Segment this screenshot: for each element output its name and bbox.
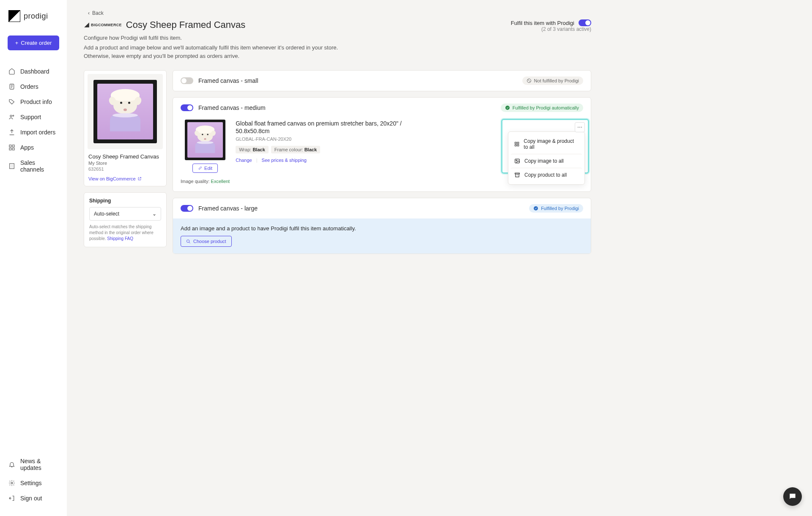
variant-name: Framed canvas - small xyxy=(198,77,258,84)
dots-icon: ⋯ xyxy=(577,124,582,130)
check-circle-icon xyxy=(533,206,538,211)
gear-icon xyxy=(8,480,15,486)
prices-link[interactable]: See prices & shipping xyxy=(258,158,311,163)
image-icon xyxy=(514,158,520,164)
shipping-value: Auto-select xyxy=(94,211,119,217)
variant-toggle[interactable] xyxy=(181,205,193,212)
nav-label: Dashboard xyxy=(20,68,49,75)
variant-card-small: Framed canvas - small Not fulfilled by P… xyxy=(173,70,591,91)
nav-label: Apps xyxy=(20,144,34,151)
grid-plus-icon xyxy=(514,141,519,147)
sign-out-icon xyxy=(8,495,15,502)
svg-rect-12 xyxy=(517,142,519,144)
nav-product-info[interactable]: Product info xyxy=(0,94,67,109)
variant-name: Framed canvas - large xyxy=(198,205,258,212)
page-title: Cosy Sheep Framed Canvas xyxy=(126,19,245,30)
fulfil-toggle-group: Fulfil this item with Prodigi (2 of 3 va… xyxy=(511,19,591,32)
fulfil-toggle[interactable] xyxy=(579,19,591,26)
bell-icon xyxy=(8,461,15,468)
product-id: 632651 xyxy=(88,167,162,172)
main-content: ‹ Back BIGCOMMERCE Cosy Sheep Framed Can… xyxy=(67,0,608,516)
svg-point-2 xyxy=(13,115,14,116)
clipboard-icon xyxy=(8,83,15,90)
nav-label: Product info xyxy=(20,98,52,105)
copy-image-action[interactable]: Copy image to all xyxy=(511,154,582,168)
nav-orders[interactable]: Orders xyxy=(0,79,67,94)
variant-card-medium: Framed canvas - medium Fulfilled by Prod… xyxy=(173,97,591,192)
fulfil-label: Fulfil this item with Prodigi xyxy=(511,20,574,26)
variant-image xyxy=(185,120,225,160)
status-badge: Fulfilled by Prodigi automatically xyxy=(501,104,583,112)
sidebar: prodigi + Create order Dashboard Orders … xyxy=(0,0,67,516)
variant-name: Framed canvas - medium xyxy=(198,104,266,111)
create-order-button[interactable]: + Create order xyxy=(8,35,59,50)
nav-support[interactable]: Support xyxy=(0,109,67,125)
grid-icon xyxy=(8,144,15,151)
nav-label: Orders xyxy=(20,83,38,90)
create-order-label: Create order xyxy=(21,40,52,46)
svg-rect-14 xyxy=(517,145,519,146)
variant-toggle[interactable] xyxy=(181,77,193,84)
status-badge: Not fulfilled by Prodigi xyxy=(522,76,583,85)
image-quality: Image quality: Excellent xyxy=(181,179,230,184)
choose-product-button[interactable]: Choose product xyxy=(181,236,232,247)
description: Add a product and image below and we'll … xyxy=(84,44,359,60)
product-image xyxy=(88,74,163,149)
edit-icon xyxy=(198,166,202,170)
nav-list: Dashboard Orders Product info Support Im… xyxy=(0,64,67,453)
variant-menu-button[interactable]: ⋯ xyxy=(575,122,585,132)
svg-rect-13 xyxy=(515,145,517,146)
bigcommerce-icon xyxy=(84,22,90,28)
logo-mark-icon xyxy=(8,10,20,22)
nav-import-orders[interactable]: Import orders xyxy=(0,125,67,140)
svg-point-1 xyxy=(10,115,12,117)
nav-label: Import orders xyxy=(20,129,55,136)
cta-message: Add an image and a product to have Prodi… xyxy=(181,225,583,232)
variant-toggle[interactable] xyxy=(181,104,193,111)
nav-label: News & updates xyxy=(20,458,58,471)
shipping-note: Auto-select matches the shipping method … xyxy=(89,224,161,242)
nav-settings[interactable]: Settings xyxy=(0,475,67,491)
back-label: Back xyxy=(92,10,104,16)
platform-badge: BIGCOMMERCE xyxy=(84,22,122,28)
copy-image-product-action[interactable]: Copy image & product to all xyxy=(511,134,582,154)
copy-product-action[interactable]: Copy product to all xyxy=(511,168,582,182)
chat-fab[interactable] xyxy=(783,487,802,506)
svg-point-10 xyxy=(505,106,510,110)
attr-badge: Frame colour: Black xyxy=(271,146,320,153)
nav-apps[interactable]: Apps xyxy=(0,140,67,155)
product-store: My Store xyxy=(88,161,162,166)
users-icon xyxy=(8,114,15,120)
nav-sign-out[interactable]: Sign out xyxy=(0,491,67,506)
view-on-platform-link[interactable]: View on BigCommerce xyxy=(88,176,142,181)
search-icon xyxy=(186,239,191,244)
variant-product-name: Global float framed canvas on premium st… xyxy=(236,120,413,135)
edit-image-button[interactable]: Edit xyxy=(192,164,218,173)
change-link[interactable]: Change xyxy=(236,158,256,163)
shipping-select[interactable]: Auto-select ⌄ xyxy=(89,207,161,221)
svg-point-16 xyxy=(516,160,517,161)
svg-rect-3 xyxy=(9,145,11,147)
variant-actions-menu: Copy image & product to all Copy image t… xyxy=(508,131,585,185)
upload-icon xyxy=(8,129,15,136)
chevron-down-icon: ⌄ xyxy=(152,211,156,217)
product-card: Cosy Sheep Framed Canvas My Store 632651… xyxy=(84,70,167,186)
back-link[interactable]: ‹ Back xyxy=(88,10,104,16)
subtitle: Configure how Prodigi will fulfil this i… xyxy=(84,35,591,41)
attr-badge: Wrap: Black xyxy=(236,146,269,153)
shipping-faq-link[interactable]: Shipping FAQ xyxy=(107,236,133,241)
svg-rect-11 xyxy=(515,142,517,144)
shipping-label: Shipping xyxy=(89,198,161,204)
svg-point-19 xyxy=(187,240,189,242)
nav-sales-channels[interactable]: Sales channels xyxy=(0,155,67,177)
nav-news[interactable]: News & updates xyxy=(0,453,67,475)
variant-sku: GLOBAL-FRA-CAN-20X20 xyxy=(236,137,413,142)
nav-label: Support xyxy=(20,114,41,120)
chevron-left-icon: ‹ xyxy=(88,10,90,16)
svg-rect-4 xyxy=(12,145,14,147)
variant-card-large: Framed canvas - large Fulfilled by Prodi… xyxy=(173,198,591,254)
nav-dashboard[interactable]: Dashboard xyxy=(0,64,67,79)
shipping-card: Shipping Auto-select ⌄ Auto-select match… xyxy=(84,192,167,247)
svg-point-18 xyxy=(534,206,538,210)
nav-label: Settings xyxy=(20,480,42,486)
